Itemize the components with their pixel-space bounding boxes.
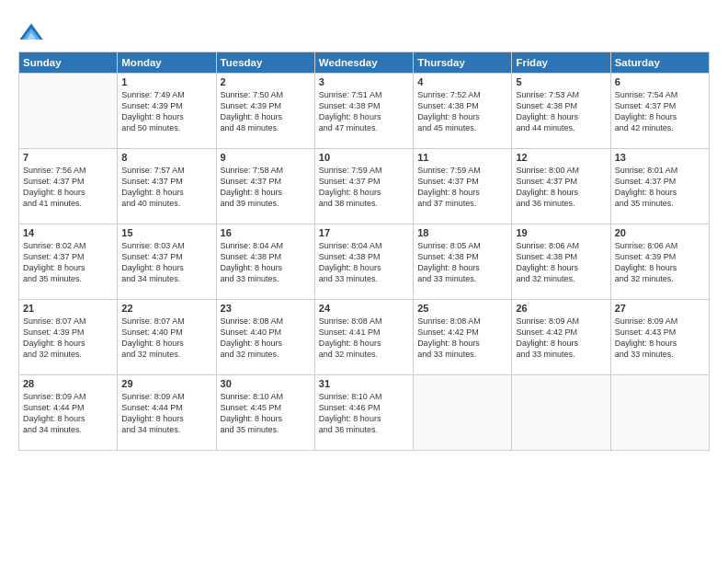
calendar-cell: 29Sunrise: 8:09 AMSunset: 4:44 PMDayligh…	[118, 375, 216, 451]
day-number: 3	[319, 76, 409, 87]
header-sunday: Sunday	[19, 52, 118, 74]
day-number: 7	[23, 152, 113, 163]
day-number: 23	[221, 303, 311, 314]
day-info: Sunrise: 8:09 AMSunset: 4:42 PMDaylight:…	[516, 316, 606, 361]
calendar-cell: 26Sunrise: 8:09 AMSunset: 4:42 PMDayligh…	[512, 300, 610, 375]
calendar-cell: 15Sunrise: 8:03 AMSunset: 4:37 PMDayligh…	[118, 224, 216, 300]
calendar-cell: 25Sunrise: 8:08 AMSunset: 4:42 PMDayligh…	[414, 300, 512, 375]
day-info: Sunrise: 8:08 AMSunset: 4:41 PMDaylight:…	[319, 316, 409, 361]
day-number: 11	[417, 152, 507, 163]
calendar-cell: 10Sunrise: 7:59 AMSunset: 4:37 PMDayligh…	[314, 149, 413, 224]
header-friday: Friday	[512, 52, 610, 74]
day-info: Sunrise: 8:04 AMSunset: 4:38 PMDaylight:…	[319, 240, 409, 285]
day-info: Sunrise: 8:09 AMSunset: 4:43 PMDaylight:…	[615, 316, 705, 361]
day-info: Sunrise: 7:53 AMSunset: 4:38 PMDaylight:…	[516, 89, 606, 134]
day-info: Sunrise: 8:08 AMSunset: 4:40 PMDaylight:…	[221, 316, 311, 361]
day-number: 17	[319, 227, 409, 238]
logo-icon	[18, 20, 44, 46]
header-saturday: Saturday	[610, 52, 709, 74]
day-info: Sunrise: 7:59 AMSunset: 4:37 PMDaylight:…	[417, 165, 507, 210]
calendar-cell: 22Sunrise: 8:07 AMSunset: 4:40 PMDayligh…	[118, 300, 216, 375]
day-number: 28	[23, 378, 113, 389]
calendar-cell: 18Sunrise: 8:05 AMSunset: 4:38 PMDayligh…	[414, 224, 512, 300]
day-number: 6	[615, 76, 705, 87]
calendar-cell: 12Sunrise: 8:00 AMSunset: 4:37 PMDayligh…	[512, 149, 610, 224]
day-number: 22	[121, 303, 211, 314]
calendar-cell	[19, 74, 118, 149]
day-number: 16	[221, 227, 311, 238]
day-info: Sunrise: 8:06 AMSunset: 4:38 PMDaylight:…	[516, 240, 606, 285]
calendar-cell	[414, 375, 512, 451]
week-row-3: 14Sunrise: 8:02 AMSunset: 4:37 PMDayligh…	[19, 224, 710, 300]
calendar-cell: 4Sunrise: 7:52 AMSunset: 4:38 PMDaylight…	[414, 74, 512, 149]
calendar-cell: 3Sunrise: 7:51 AMSunset: 4:38 PMDaylight…	[314, 74, 413, 149]
day-number: 15	[121, 227, 211, 238]
day-number: 21	[23, 303, 113, 314]
day-number: 29	[121, 378, 211, 389]
day-number: 8	[121, 152, 211, 163]
day-number: 19	[516, 227, 606, 238]
day-number: 24	[319, 303, 409, 314]
day-info: Sunrise: 7:59 AMSunset: 4:37 PMDaylight:…	[319, 165, 409, 210]
day-number: 27	[615, 303, 705, 314]
calendar-cell: 11Sunrise: 7:59 AMSunset: 4:37 PMDayligh…	[414, 149, 512, 224]
day-number: 5	[516, 76, 606, 87]
day-number: 18	[417, 227, 507, 238]
calendar-cell: 30Sunrise: 8:10 AMSunset: 4:45 PMDayligh…	[216, 375, 314, 451]
calendar-cell: 27Sunrise: 8:09 AMSunset: 4:43 PMDayligh…	[610, 300, 709, 375]
week-row-5: 28Sunrise: 8:09 AMSunset: 4:44 PMDayligh…	[19, 375, 710, 451]
day-number: 25	[417, 303, 507, 314]
day-info: Sunrise: 7:50 AMSunset: 4:39 PMDaylight:…	[221, 89, 311, 134]
day-info: Sunrise: 8:01 AMSunset: 4:37 PMDaylight:…	[615, 165, 705, 210]
calendar-cell: 8Sunrise: 7:57 AMSunset: 4:37 PMDaylight…	[118, 149, 216, 224]
day-info: Sunrise: 7:49 AMSunset: 4:39 PMDaylight:…	[121, 89, 211, 134]
calendar-cell: 20Sunrise: 8:06 AMSunset: 4:39 PMDayligh…	[610, 224, 709, 300]
page: SundayMondayTuesdayWednesdayThursdayFrid…	[0, 0, 728, 563]
calendar-cell: 13Sunrise: 8:01 AMSunset: 4:37 PMDayligh…	[610, 149, 709, 224]
header-thursday: Thursday	[414, 52, 512, 74]
calendar-cell: 16Sunrise: 8:04 AMSunset: 4:38 PMDayligh…	[216, 224, 314, 300]
day-info: Sunrise: 7:58 AMSunset: 4:37 PMDaylight:…	[221, 165, 311, 210]
day-info: Sunrise: 8:06 AMSunset: 4:39 PMDaylight:…	[615, 240, 705, 285]
calendar-table: SundayMondayTuesdayWednesdayThursdayFrid…	[18, 52, 710, 451]
day-info: Sunrise: 8:09 AMSunset: 4:44 PMDaylight:…	[121, 391, 211, 436]
calendar-cell: 19Sunrise: 8:06 AMSunset: 4:38 PMDayligh…	[512, 224, 610, 300]
calendar-cell: 14Sunrise: 8:02 AMSunset: 4:37 PMDayligh…	[19, 224, 118, 300]
day-info: Sunrise: 8:09 AMSunset: 4:44 PMDaylight:…	[23, 391, 113, 436]
day-info: Sunrise: 8:08 AMSunset: 4:42 PMDaylight:…	[417, 316, 507, 361]
day-number: 4	[417, 76, 507, 87]
day-info: Sunrise: 7:56 AMSunset: 4:37 PMDaylight:…	[23, 165, 113, 210]
day-number: 14	[23, 227, 113, 238]
day-info: Sunrise: 8:05 AMSunset: 4:38 PMDaylight:…	[417, 240, 507, 285]
day-info: Sunrise: 7:52 AMSunset: 4:38 PMDaylight:…	[417, 89, 507, 134]
day-number: 20	[615, 227, 705, 238]
day-number: 12	[516, 152, 606, 163]
header	[18, 17, 710, 46]
day-info: Sunrise: 7:51 AMSunset: 4:38 PMDaylight:…	[319, 89, 409, 134]
calendar-cell: 28Sunrise: 8:09 AMSunset: 4:44 PMDayligh…	[19, 375, 118, 451]
day-info: Sunrise: 8:10 AMSunset: 4:45 PMDaylight:…	[221, 391, 311, 436]
header-row: SundayMondayTuesdayWednesdayThursdayFrid…	[19, 52, 710, 74]
header-wednesday: Wednesday	[314, 52, 413, 74]
calendar-cell: 6Sunrise: 7:54 AMSunset: 4:37 PMDaylight…	[610, 74, 709, 149]
calendar-cell: 23Sunrise: 8:08 AMSunset: 4:40 PMDayligh…	[216, 300, 314, 375]
day-info: Sunrise: 8:03 AMSunset: 4:37 PMDaylight:…	[121, 240, 211, 285]
calendar-cell: 21Sunrise: 8:07 AMSunset: 4:39 PMDayligh…	[19, 300, 118, 375]
day-number: 2	[221, 76, 311, 87]
day-number: 13	[615, 152, 705, 163]
calendar-cell: 24Sunrise: 8:08 AMSunset: 4:41 PMDayligh…	[314, 300, 413, 375]
logo	[18, 20, 48, 46]
week-row-1: 1Sunrise: 7:49 AMSunset: 4:39 PMDaylight…	[19, 74, 710, 149]
calendar-cell: 2Sunrise: 7:50 AMSunset: 4:39 PMDaylight…	[216, 74, 314, 149]
day-number: 26	[516, 303, 606, 314]
day-info: Sunrise: 8:02 AMSunset: 4:37 PMDaylight:…	[23, 240, 113, 285]
day-number: 10	[319, 152, 409, 163]
header-monday: Monday	[118, 52, 216, 74]
header-tuesday: Tuesday	[216, 52, 314, 74]
day-info: Sunrise: 8:07 AMSunset: 4:40 PMDaylight:…	[121, 316, 211, 361]
calendar-cell: 1Sunrise: 7:49 AMSunset: 4:39 PMDaylight…	[118, 74, 216, 149]
day-info: Sunrise: 7:54 AMSunset: 4:37 PMDaylight:…	[615, 89, 705, 134]
day-info: Sunrise: 8:04 AMSunset: 4:38 PMDaylight:…	[221, 240, 311, 285]
calendar-cell: 7Sunrise: 7:56 AMSunset: 4:37 PMDaylight…	[19, 149, 118, 224]
week-row-2: 7Sunrise: 7:56 AMSunset: 4:37 PMDaylight…	[19, 149, 710, 224]
